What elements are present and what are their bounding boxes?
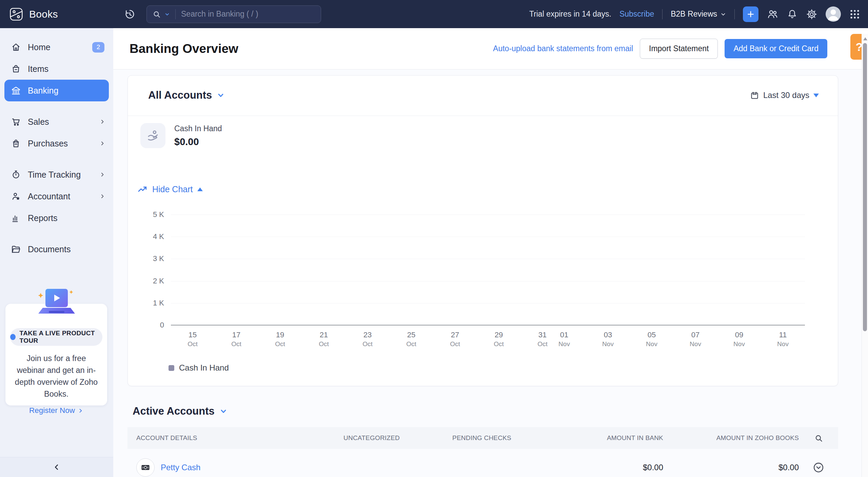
y-tick: 5 K <box>140 210 164 219</box>
sidebar-item-label: Purchases <box>28 139 68 148</box>
active-accounts-title: Active Accounts <box>133 405 215 417</box>
search-icon <box>152 10 161 19</box>
separator <box>734 9 735 19</box>
person-icon <box>826 6 841 22</box>
sidebar-item-reports[interactable]: Reports <box>0 207 113 229</box>
amount-in-zoho-books-value: $0.00 <box>663 463 799 472</box>
hide-chart-toggle[interactable]: Hide Chart <box>137 184 203 195</box>
x-axis-label: 01Nov <box>558 331 570 348</box>
sidebar: Home 2 Items Banking Sales <box>0 28 113 477</box>
table-row[interactable]: Petty Cash $0.00 $0.00 <box>127 449 838 477</box>
cart-icon <box>11 117 21 127</box>
sidebar-item-purchases[interactable]: Purchases <box>0 133 113 154</box>
import-statement-button[interactable]: Import Statement <box>640 39 718 59</box>
plus-icon <box>746 10 755 19</box>
chevron-right-icon <box>99 140 106 147</box>
add-bank-button[interactable]: Add Bank or Credit Card <box>725 39 827 58</box>
col-uncategorized: UNCATEGORIZED <box>314 434 429 442</box>
col-amount-in-zoho-books: AMOUNT IN ZOHO BOOKS <box>663 434 799 442</box>
live-dot-icon <box>10 334 16 340</box>
accountant-person-icon <box>11 191 21 201</box>
sidebar-item-sales[interactable]: Sales <box>0 111 113 133</box>
banknote-icon <box>136 458 155 477</box>
row-expand-chevron-icon[interactable] <box>812 461 825 474</box>
chevron-down-icon <box>720 11 726 17</box>
subscribe-link[interactable]: Subscribe <box>619 9 654 19</box>
apps-grid-icon[interactable] <box>849 8 861 20</box>
y-tick: 0 <box>140 321 164 330</box>
x-axis-label: 23Oct <box>362 331 373 348</box>
main: Banking Overview Auto-upload bank statem… <box>113 28 868 477</box>
chevron-down-icon <box>217 91 225 99</box>
chevron-down-icon <box>219 407 228 415</box>
x-axis-label: 11Nov <box>777 331 789 348</box>
x-axis-line <box>171 325 805 325</box>
calendar-icon <box>750 91 759 100</box>
product-tour-label: TAKE A LIVE PRODUCT TOUR <box>20 330 102 344</box>
sidebar-collapse-button[interactable] <box>0 457 113 477</box>
sidebar-item-time-tracking[interactable]: Time Tracking <box>0 164 113 185</box>
sidebar-item-home[interactable]: Home 2 <box>0 36 113 58</box>
chart-legend[interactable]: Cash In Hand <box>169 363 229 373</box>
date-range-selector[interactable]: Last 30 days <box>750 91 819 100</box>
search-scope-chevron-icon[interactable] <box>164 12 170 17</box>
y-tick: 3 K <box>140 254 164 263</box>
avatar[interactable] <box>826 6 841 22</box>
zoho-books-logo-icon <box>9 7 24 22</box>
nav-group-gap <box>0 154 113 164</box>
stopwatch-icon <box>11 170 21 180</box>
legend-label: Cash In Hand <box>179 363 229 373</box>
table-search-icon[interactable] <box>814 434 823 443</box>
account-link[interactable]: Petty Cash <box>161 463 200 472</box>
active-accounts-heading[interactable]: Active Accounts <box>133 405 228 417</box>
quick-create-button[interactable] <box>743 6 758 22</box>
sidebar-item-accountant[interactable]: Accountant <box>0 185 113 207</box>
separator <box>662 9 663 19</box>
register-now-link[interactable]: Register Now <box>5 406 107 415</box>
card-divider <box>128 116 838 116</box>
nav-group-gap <box>0 101 113 111</box>
chevron-right-icon <box>99 193 106 200</box>
page-scrollbar[interactable] <box>862 34 868 477</box>
sidebar-item-banking[interactable]: Banking <box>4 80 109 101</box>
org-selector[interactable]: B2B Reviews <box>671 9 726 19</box>
gridline <box>171 303 805 303</box>
x-axis-label: 07Nov <box>690 331 701 348</box>
x-axis-label: 29Oct <box>494 331 504 348</box>
auto-upload-link[interactable]: Auto-upload bank statements from email <box>493 44 633 53</box>
page-header: Banking Overview Auto-upload bank statem… <box>113 28 868 69</box>
account-cell: Petty Cash <box>136 458 200 477</box>
x-axis-label: 21Oct <box>319 331 329 348</box>
amount-in-bank-value: $0.00 <box>534 463 663 472</box>
scrollbar-thumb[interactable] <box>863 43 867 331</box>
notifications-bell-icon[interactable] <box>787 8 798 20</box>
hide-chart-label: Hide Chart <box>152 184 193 194</box>
product-tour-pill[interactable]: TAKE A LIVE PRODUCT TOUR <box>10 328 102 346</box>
settings-gear-icon[interactable] <box>806 8 817 20</box>
x-axis-label: 27Oct <box>450 331 460 348</box>
page-title: Banking Overview <box>130 42 238 56</box>
accounts-filter-dropdown[interactable]: All Accounts <box>148 89 225 101</box>
users-icon[interactable] <box>767 8 778 20</box>
scrollbar-up-arrow[interactable] <box>863 37 867 40</box>
handbag-icon <box>11 64 21 74</box>
gridline <box>171 215 805 215</box>
sidebar-item-items[interactable]: Items <box>0 58 113 80</box>
laptop-illustration <box>29 286 83 327</box>
chevron-right-icon <box>99 118 106 125</box>
search-input[interactable] <box>181 9 315 19</box>
nav-group-gap <box>0 229 113 238</box>
brand[interactable]: Books <box>0 0 113 28</box>
sidebar-item-label: Items <box>28 64 48 74</box>
history-icon[interactable] <box>124 8 136 20</box>
trending-up-icon <box>137 184 148 195</box>
cash-flow-chart: 5 K 4 K 3 K 2 K 1 K 0 15Oct 17Oct 19Oct … <box>171 215 805 325</box>
sidebar-item-label: Sales <box>28 117 49 127</box>
sidebar-item-documents[interactable]: Documents <box>0 238 113 260</box>
x-axis-label: 03Nov <box>602 331 614 348</box>
cash-in-hand-text: Cash In Hand $0.00 <box>174 124 222 147</box>
gridline <box>171 281 805 281</box>
cash-in-hand-summary[interactable]: Cash In Hand $0.00 <box>140 123 222 148</box>
x-axis-label: 15Oct <box>188 331 198 348</box>
legend-swatch <box>169 365 174 371</box>
